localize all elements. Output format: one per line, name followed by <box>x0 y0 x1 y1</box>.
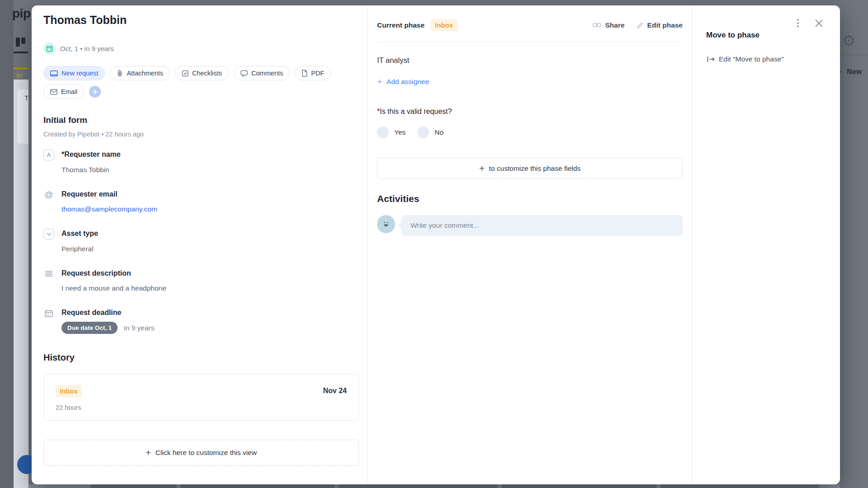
radio-circle[interactable] <box>377 127 389 138</box>
share-label: Share <box>605 21 625 29</box>
column-divider <box>367 5 368 484</box>
column-divider <box>692 5 692 484</box>
pipefy-logo: pip <box>12 6 31 21</box>
assignee-role-label: IT analyst <box>377 56 409 65</box>
field-label: Asset type <box>61 230 98 238</box>
paperclip-icon <box>117 70 123 77</box>
new-request-button[interactable]: New request <box>43 66 105 80</box>
phase-tab-underline <box>14 68 28 69</box>
card-detail-modal: Thomas Tobbin Oct, 1 • in 9 years New re… <box>32 5 840 484</box>
background-card-edge <box>90 484 176 488</box>
customize-phase-fields-button[interactable]: + to customize this phase fields <box>377 158 683 179</box>
radio-label: Yes <box>394 128 406 136</box>
background-card-edge <box>661 484 819 488</box>
history-heading: History <box>43 352 75 363</box>
file-icon <box>302 70 307 77</box>
new-card-button: + New <box>837 68 862 76</box>
request-icon <box>50 70 58 77</box>
comment-input-bubble[interactable] <box>401 215 683 236</box>
phase-header-divider <box>377 42 683 42</box>
card-toolbar: New request Attachments Checklists <box>43 66 333 99</box>
textarea-field-icon <box>43 268 54 279</box>
activities-heading: Activities <box>377 193 419 204</box>
field-value[interactable]: Peripheral <box>61 245 94 253</box>
due-date-text: Oct, 1 • in 9 years <box>60 45 114 52</box>
attachments-label: Attachments <box>127 70 163 77</box>
customize-view-button[interactable]: + Click here to customize this view <box>43 440 359 466</box>
text-field-icon: A <box>43 150 54 160</box>
comment-bubble-icon <box>241 70 248 77</box>
background-toolbar-divider <box>840 55 868 55</box>
more-options-icon[interactable] <box>792 17 804 29</box>
background-phase-tab: In <box>16 71 22 79</box>
edit-phase-button[interactable]: Edit phase <box>637 21 683 29</box>
edit-phase-label: Edit phase <box>647 21 683 29</box>
phase-actions: Share Edit phase <box>592 21 683 29</box>
link-chain-icon <box>592 22 602 28</box>
background-card-edge <box>339 484 497 488</box>
deadline-value-row: Due date Oct, 1 in 9 years <box>61 322 154 334</box>
move-to-phase-title: Move to phase <box>706 31 760 40</box>
due-relative-text: in 9 years <box>124 324 154 332</box>
background-card-title: T <box>24 94 28 102</box>
calendar-field-icon <box>43 308 54 319</box>
comments-label: Comments <box>251 70 283 77</box>
calendar-icon <box>43 42 56 55</box>
bar-arrow-right-icon <box>707 56 715 62</box>
checklists-label: Checklists <box>192 70 222 77</box>
pdf-button[interactable]: PDF <box>295 66 331 80</box>
background-card-edge <box>181 484 335 488</box>
email-label: Email <box>61 88 77 95</box>
field-label: Requester email <box>61 190 118 198</box>
valid-request-options: Yes No <box>377 127 443 138</box>
select-field-icon <box>43 229 54 239</box>
field-value[interactable]: I need a mouse and a headphone <box>61 284 166 292</box>
background-left-nav <box>0 0 14 488</box>
radio-circle[interactable] <box>417 127 429 138</box>
attachments-button[interactable]: Attachments <box>110 66 170 80</box>
pdf-label: PDF <box>311 70 324 77</box>
phase-header: Current phase Inbox Share Edit phase <box>377 19 683 31</box>
smiley-avatar <box>377 215 395 233</box>
field-label: Request description <box>61 269 131 277</box>
customize-phase-fields-label: to customize this phase fields <box>489 164 580 173</box>
comments-button[interactable]: Comments <box>234 66 290 80</box>
customize-view-label: Click here to customize this view <box>156 449 257 457</box>
add-action-button[interactable]: + <box>89 86 101 98</box>
check-square-icon <box>182 70 189 77</box>
checklists-button[interactable]: Checklists <box>175 66 229 80</box>
history-phase-badge: Inbox <box>56 385 82 397</box>
share-button[interactable]: Share <box>592 21 625 29</box>
edit-move-to-phase-link[interactable]: Edit "Move to phase" <box>707 55 784 63</box>
comment-input[interactable] <box>410 221 675 230</box>
new-request-label: New request <box>61 70 98 77</box>
initial-form-heading: Initial form <box>43 115 87 125</box>
add-assignee-button[interactable]: + Add assignee <box>377 78 429 86</box>
field-label: Request deadline <box>61 309 121 317</box>
radio-option-no[interactable]: No <box>417 127 443 138</box>
current-phase-label: Current phase <box>377 21 425 29</box>
valid-request-question: *Is this a valid request? <box>377 108 452 116</box>
email-link[interactable]: thomas@samplecompany.com <box>61 205 157 213</box>
close-icon[interactable] <box>813 17 825 29</box>
edit-move-to-phase-label: Edit "Move to phase" <box>719 55 784 63</box>
new-button-label: New <box>847 68 862 76</box>
due-date-row[interactable]: Oct, 1 • in 9 years <box>43 42 114 55</box>
due-date-pill[interactable]: Due date Oct, 1 <box>61 322 118 334</box>
background-card-edge <box>502 484 656 488</box>
board-view-icon <box>15 37 26 47</box>
at-sign-icon: @ <box>43 189 54 200</box>
comment-composer <box>377 215 683 236</box>
email-button[interactable]: Email <box>43 84 84 99</box>
history-date: Nov 24 <box>323 387 347 395</box>
active-nav-underline <box>14 52 28 53</box>
radio-option-yes[interactable]: Yes <box>377 127 406 138</box>
current-phase-badge: Inbox <box>431 19 457 31</box>
history-entry-card[interactable]: Inbox Nov 24 22 hours <box>43 374 359 421</box>
field-label: *Requester name <box>61 150 121 159</box>
field-value[interactable]: Thomas Tobbin <box>61 166 109 174</box>
card-title: Thomas Tobbin <box>43 14 127 27</box>
gear-icon: ⚙ <box>842 32 855 50</box>
radio-label: No <box>434 128 443 136</box>
envelope-icon <box>50 89 57 95</box>
